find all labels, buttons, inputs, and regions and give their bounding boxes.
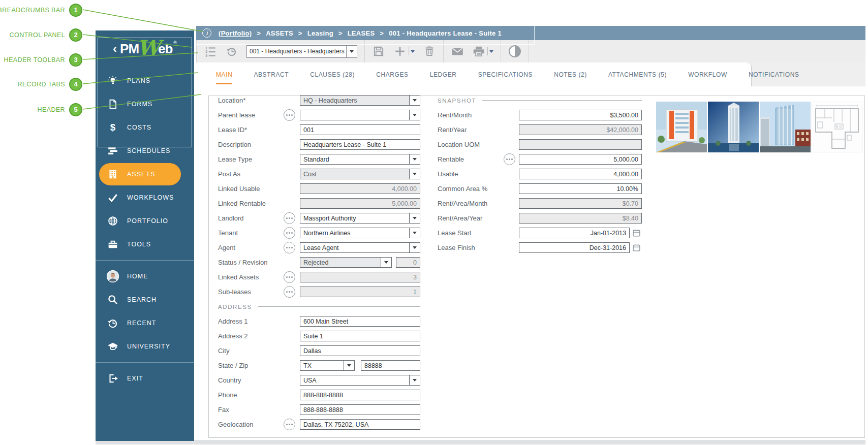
sidebar-item-portfolio[interactable]: PORTFOLIO bbox=[96, 209, 194, 233]
field-input[interactable]: $3,500.00 bbox=[519, 110, 642, 120]
field-input[interactable]: Cost bbox=[300, 169, 420, 179]
annotation-number-badge: 5 bbox=[69, 103, 82, 116]
pmweb-app: BREADCRUMBS BAR1CONTROL PANEL2HEADER TOO… bbox=[0, 0, 868, 445]
lookup-ellipsis-button[interactable] bbox=[284, 271, 295, 283]
logo-text: PM bbox=[120, 41, 139, 57]
field-value: Massport Authority bbox=[303, 215, 356, 222]
building-photo-3[interactable] bbox=[760, 102, 811, 152]
field-label: Lease Type bbox=[218, 155, 279, 163]
chevron-down-icon[interactable] bbox=[409, 110, 420, 120]
lookup-ellipsis-button[interactable] bbox=[284, 109, 295, 121]
building-photo-2[interactable] bbox=[708, 102, 759, 152]
email-button[interactable] bbox=[451, 45, 464, 58]
tab-charges[interactable]: CHARGES bbox=[365, 71, 419, 78]
annotation-row: BREADCRUMBS BAR1 bbox=[0, 3, 82, 17]
lightbulb-icon bbox=[107, 75, 119, 87]
tab-abstract[interactable]: ABSTRACT bbox=[243, 71, 299, 78]
tab-notifications[interactable]: NOTIFICATIONS bbox=[738, 71, 810, 78]
sidebar-divider bbox=[96, 362, 194, 363]
field-input[interactable]: Standard bbox=[300, 154, 420, 165]
field-input[interactable]: Dallas, TX 75202, USA bbox=[300, 419, 420, 430]
field-input[interactable]: Northern Airlines bbox=[300, 228, 420, 238]
lookup-ellipsis-button[interactable] bbox=[284, 242, 295, 253]
field-value: $0.70 bbox=[623, 200, 638, 207]
tab-specifications[interactable]: SPECIFICATIONS bbox=[468, 71, 544, 78]
calendar-icon[interactable] bbox=[632, 229, 641, 237]
field-input[interactable]: 4,000.00 bbox=[519, 169, 642, 179]
add-button-dropdown[interactable] bbox=[409, 47, 415, 55]
print-button-dropdown[interactable] bbox=[487, 47, 493, 55]
field-input[interactable]: Dallas bbox=[300, 345, 420, 356]
field-input[interactable]: Lease Agent bbox=[300, 242, 420, 253]
field-input[interactable]: 888-888-8888 bbox=[300, 404, 420, 415]
floor-plan-thumbnail[interactable] bbox=[812, 102, 862, 152]
sidebar-item-search[interactable]: SEARCH bbox=[96, 288, 194, 311]
sidebar-item-recent[interactable]: RECENT bbox=[96, 311, 194, 335]
save-button[interactable] bbox=[372, 45, 385, 58]
breadcrumb-link-portfolio[interactable]: (Portfolio) bbox=[219, 29, 252, 37]
pmweb-logo[interactable]: ‹ PM W eb ® bbox=[96, 30, 194, 62]
field-input[interactable]: 001 bbox=[300, 124, 420, 135]
sidebar-item-schedules[interactable]: SCHEDULES bbox=[96, 139, 194, 163]
field-input[interactable]: Massport Authority bbox=[300, 213, 420, 224]
lookup-ellipsis-button[interactable] bbox=[284, 212, 295, 224]
chevron-down-icon[interactable] bbox=[409, 243, 420, 252]
sidebar-item-university[interactable]: UNIVERSITY bbox=[96, 335, 194, 358]
field-value: 5,000.00 bbox=[613, 156, 638, 163]
tab-main[interactable]: MAIN bbox=[205, 71, 243, 78]
info-icon[interactable]: i bbox=[202, 28, 211, 38]
building-photo-1[interactable] bbox=[656, 102, 707, 152]
bottom-scroll-strip[interactable] bbox=[96, 440, 865, 444]
field-input[interactable]: 5,000.00 bbox=[519, 154, 642, 165]
lookup-ellipsis-button[interactable] bbox=[284, 227, 295, 239]
sidebar-item-costs[interactable]: $COSTS bbox=[96, 116, 194, 139]
chevron-down-icon[interactable] bbox=[409, 96, 420, 105]
date-field[interactable]: Jan-01-2013 bbox=[519, 228, 630, 238]
calendar-icon[interactable] bbox=[632, 243, 641, 252]
tab-clauses-28[interactable]: CLAUSES (28) bbox=[299, 71, 365, 78]
field-input[interactable]: Headquarters Lease - Suite 1 bbox=[300, 139, 420, 150]
lookup-ellipsis-button[interactable] bbox=[284, 286, 295, 298]
lookup-ellipsis-button[interactable] bbox=[284, 419, 295, 430]
sidebar-item-exit[interactable]: EXIT bbox=[96, 367, 194, 390]
list-view-button[interactable]: 123 bbox=[204, 45, 217, 58]
print-button[interactable] bbox=[472, 45, 485, 58]
tab-notes-2[interactable]: NOTES (2) bbox=[543, 71, 598, 78]
chevron-down-icon[interactable] bbox=[409, 228, 420, 238]
chevron-down-icon[interactable] bbox=[409, 375, 420, 385]
field-input[interactable]: 10.00% bbox=[519, 183, 642, 194]
toggle-button[interactable] bbox=[508, 45, 521, 58]
delete-button[interactable] bbox=[423, 45, 436, 58]
chevron-down-icon[interactable] bbox=[409, 169, 420, 179]
field-input[interactable]: 600 Main Street bbox=[300, 316, 420, 327]
sidebar-item-tools[interactable]: TOOLS bbox=[96, 233, 194, 256]
field-input[interactable] bbox=[300, 110, 420, 120]
tab-attachments-5[interactable]: ATTACHMENTS (5) bbox=[598, 71, 677, 78]
field-input[interactable]: 888-888-8888 bbox=[300, 390, 420, 400]
history-button[interactable] bbox=[225, 45, 238, 58]
zip-field[interactable]: 88888 bbox=[361, 360, 420, 371]
chevron-down-icon[interactable] bbox=[381, 258, 391, 267]
field-input[interactable]: USA bbox=[300, 375, 420, 386]
schedule-bars-icon bbox=[107, 145, 119, 157]
collapse-sidebar-icon[interactable]: ‹ bbox=[113, 42, 117, 56]
sidebar-item-workflows[interactable]: WORKFLOWS bbox=[96, 186, 194, 209]
state-select[interactable]: TX bbox=[300, 360, 355, 371]
field-input[interactable]: Suite 1 bbox=[300, 331, 420, 341]
sidebar-item-home[interactable]: HOME bbox=[96, 265, 194, 288]
tab-workflow[interactable]: WORKFLOW bbox=[677, 71, 738, 78]
lookup-ellipsis-button[interactable] bbox=[504, 153, 515, 165]
chevron-down-icon[interactable] bbox=[344, 361, 354, 370]
add-button[interactable] bbox=[393, 45, 407, 58]
field-input[interactable]: Rejected bbox=[300, 257, 392, 268]
sidebar-item-forms[interactable]: FORMS bbox=[96, 92, 194, 116]
sidebar-item-plans[interactable]: PLANS bbox=[96, 69, 194, 92]
chevron-down-icon[interactable] bbox=[346, 46, 357, 57]
record-selector[interactable]: 001 - Headquarters - Headquarters L bbox=[246, 45, 357, 58]
chevron-down-icon[interactable] bbox=[409, 213, 420, 223]
tab-ledger[interactable]: LEDGER bbox=[419, 71, 468, 78]
field-input[interactable]: HQ - Headquarters bbox=[300, 95, 420, 106]
chevron-down-icon[interactable] bbox=[409, 154, 420, 164]
date-field[interactable]: Dec-31-2016 bbox=[519, 242, 630, 253]
sidebar-item-assets[interactable]: ASSETS bbox=[99, 163, 181, 185]
